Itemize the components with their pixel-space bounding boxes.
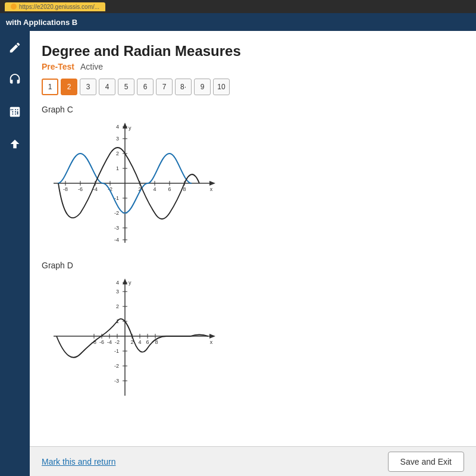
svg-text:4: 4 [153,186,156,192]
mark-return-link[interactable]: Mark this and return [42,457,116,466]
page-title: Degree and Radian Measures [42,43,458,60]
graph-c-wrapper: 1 2 3 4 -1 -2 -3 -4 [42,118,458,249]
graph-d-svg: 1 2 3 4 -1 -2 -3 2 4 [42,274,220,399]
svg-marker-3 [209,181,215,186]
browser-url: https://e2020.geniussis.com/... [19,4,99,10]
sidebar [0,31,30,476]
svg-text:3: 3 [116,289,119,295]
headphones-icon[interactable] [4,69,26,90]
save-exit-button[interactable]: Save and Exit [388,452,464,472]
pencil-icon[interactable] [4,37,26,58]
active-label: Active [80,62,103,71]
svg-text:-2: -2 [114,210,119,216]
tab-q2[interactable]: 2 [61,79,77,95]
svg-text:-3: -3 [114,225,119,231]
graph-d-label: Graph D [42,261,458,270]
content-area: Degree and Radian Measures Pre-Test Acti… [30,31,476,476]
tab-q6[interactable]: 6 [137,79,154,95]
top-nav-title: with Applications B [6,18,77,27]
browser-bar: https://e2020.geniussis.com/... [0,0,476,13]
svg-text:y: y [129,125,131,131]
svg-text:3: 3 [116,136,119,142]
svg-text:-1: -1 [114,348,119,354]
svg-text:2: 2 [116,151,119,156]
svg-text:y: y [129,280,131,286]
svg-text:-4: -4 [107,339,112,345]
graph-d-section: Graph D 1 2 3 4 [42,261,458,399]
calculator-icon[interactable] [4,101,26,123]
svg-marker-1 [123,123,127,129]
svg-text:4: 4 [116,280,119,286]
favicon [11,4,17,10]
svg-text:4: 4 [116,124,119,130]
top-nav: with Applications B [0,13,476,31]
pre-test-label: Pre-Test [42,62,74,71]
tab-q4[interactable]: 4 [99,79,115,95]
question-tabs: 1 2 3 4 5 6 7 8· 9 10 [42,79,458,95]
tab-q7[interactable]: 7 [156,79,173,95]
pre-test-row: Pre-Test Active [42,62,458,71]
svg-text:4: 4 [138,339,141,345]
tab-q3[interactable]: 3 [80,79,96,95]
svg-text:6: 6 [146,339,149,345]
tab-q5[interactable]: 5 [118,79,134,95]
graph-c-label: Graph C [42,105,458,114]
svg-text:2: 2 [116,303,119,309]
svg-text:-4: -4 [114,237,119,243]
browser-tab: https://e2020.geniussis.com/... [5,2,105,11]
tab-q9[interactable]: 9 [194,79,211,95]
tab-q8[interactable]: 8· [175,79,192,95]
main-layout: Degree and Radian Measures Pre-Test Acti… [0,31,476,476]
bottom-bar: Mark this and return Save and Exit [30,446,476,476]
svg-text:-6: -6 [78,186,83,192]
svg-text:-8: -8 [63,186,68,192]
svg-text:-2: -2 [115,339,120,345]
svg-marker-39 [123,278,127,284]
graph-c-section: Graph C 1 2 [42,105,458,249]
graph-c-svg: 1 2 3 4 -1 -2 -3 -4 [42,118,220,249]
tab-q10[interactable]: 10 [213,79,230,95]
graph-d-wrapper: 1 2 3 4 -1 -2 -3 2 4 [42,274,458,399]
up-arrow-icon[interactable] [4,133,26,155]
svg-text:-6: -6 [99,339,104,345]
tab-q1[interactable]: 1 [42,79,58,95]
svg-text:x: x [210,186,213,192]
svg-text:x: x [210,339,213,345]
svg-text:-2: -2 [114,363,119,369]
svg-text:1: 1 [116,165,119,171]
svg-text:6: 6 [168,186,171,192]
svg-text:-3: -3 [114,378,119,384]
svg-marker-41 [209,334,215,339]
